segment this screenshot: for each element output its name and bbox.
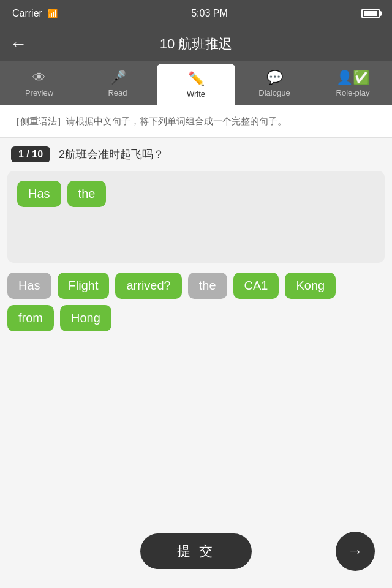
wordbank-chip-from[interactable]: from bbox=[7, 305, 54, 331]
submit-button[interactable]: 提 交 bbox=[140, 533, 252, 569]
tab-bar: 👁 Preview 🎤 Read ✏️ Write 💬 Dialogue 👤✅ … bbox=[0, 61, 392, 105]
question-text: 2航班会准时起飞吗？ bbox=[59, 147, 164, 162]
answer-chip-has[interactable]: Has bbox=[17, 181, 61, 207]
wordbank-chip-arrived[interactable]: arrived? bbox=[115, 273, 181, 299]
dialogue-label: Dialogue bbox=[258, 88, 290, 97]
write-label: Write bbox=[187, 89, 205, 99]
instructions-text: ［侧重语法］请根据中文句子，将下列单词组合成一个完整的句子。 bbox=[11, 116, 287, 126]
word-bank: Has Flight arrived? the CA1 Kong from Ho… bbox=[0, 263, 392, 336]
tab-roleplay[interactable]: 👤✅ Role-play bbox=[314, 61, 392, 105]
roleplay-icon: 👤✅ bbox=[336, 70, 369, 86]
roleplay-label: Role-play bbox=[336, 88, 370, 97]
wordbank-chip-flight[interactable]: Flight bbox=[58, 273, 110, 299]
back-button[interactable]: ← bbox=[10, 34, 27, 54]
read-icon: 🎤 bbox=[110, 70, 126, 86]
tab-read[interactable]: 🎤 Read bbox=[78, 61, 157, 105]
header: ← 10 航班推迟 bbox=[0, 27, 392, 61]
counter-badge: 1 / 10 bbox=[11, 146, 50, 162]
status-left: Carrier 📶 bbox=[12, 8, 58, 19]
answer-chip-the[interactable]: the bbox=[67, 181, 107, 207]
wordbank-chip-hong[interactable]: Hong bbox=[60, 305, 111, 331]
wordbank-chip-ca1[interactable]: CA1 bbox=[233, 273, 279, 299]
preview-icon: 👁 bbox=[32, 70, 46, 86]
preview-label: Preview bbox=[25, 88, 53, 97]
wordbank-chip-the[interactable]: the bbox=[188, 273, 227, 299]
tab-preview[interactable]: 👁 Preview bbox=[0, 61, 78, 105]
question-row: 1 / 10 2航班会准时起飞吗？ bbox=[0, 138, 392, 171]
battery-icon bbox=[361, 9, 380, 18]
answer-area: Has the bbox=[7, 171, 385, 263]
instructions: ［侧重语法］请根据中文句子，将下列单词组合成一个完整的句子。 bbox=[0, 105, 392, 138]
tab-dialogue[interactable]: 💬 Dialogue bbox=[235, 61, 314, 105]
page-title: 10 航班推迟 bbox=[160, 35, 233, 53]
write-icon: ✏️ bbox=[188, 71, 205, 87]
carrier-label: Carrier bbox=[12, 8, 42, 19]
wordbank-chip-kong[interactable]: Kong bbox=[285, 273, 336, 299]
bottom-bar: 提 交 → bbox=[0, 527, 392, 588]
next-button[interactable]: → bbox=[336, 532, 375, 571]
wordbank-chip-has[interactable]: Has bbox=[7, 273, 51, 299]
wifi-icon: 📶 bbox=[47, 9, 58, 18]
read-label: Read bbox=[108, 88, 127, 97]
dialogue-icon: 💬 bbox=[266, 70, 283, 86]
tab-write[interactable]: ✏️ Write bbox=[157, 64, 235, 105]
time-label: 5:03 PM bbox=[191, 8, 228, 19]
status-bar: Carrier 📶 5:03 PM bbox=[0, 0, 392, 27]
